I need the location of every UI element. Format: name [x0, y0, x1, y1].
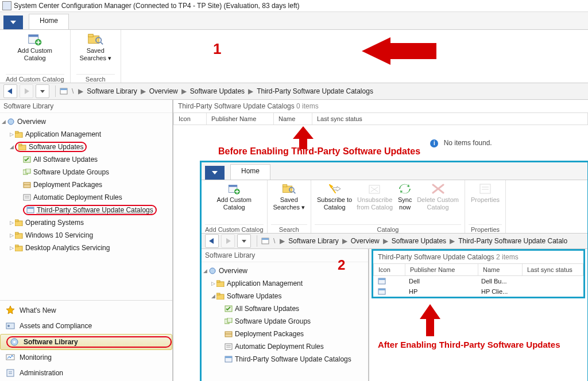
- deployment-packages-icon: [23, 181, 31, 188]
- tree-all-software-updates[interactable]: All Software Updates: [33, 155, 98, 164]
- saved-searches-label: Saved Searches ▾: [80, 47, 112, 62]
- crumb-3[interactable]: Third-Party Software Update Catalogs: [257, 87, 373, 95]
- row-0-publisher: Dell: [404, 278, 477, 285]
- inset-nav-dropdown-button[interactable]: [237, 234, 251, 248]
- inset-column-headers[interactable]: Icon Publisher Name Name Last sync statu…: [373, 263, 583, 276]
- tree-windows-10-servicing[interactable]: Windows 10 Servicing: [25, 231, 93, 239]
- inset-tree-software-updates[interactable]: Software Updates: [227, 292, 281, 300]
- add-custom-catalog-label: Add Custom Catalog: [17, 47, 52, 62]
- table-row[interactable]: HP HP Clie...: [373, 286, 583, 297]
- inset-crumb-3[interactable]: Third-Party Software Update Catalo: [458, 237, 567, 245]
- inset-properties-button[interactable]: Properties: [471, 182, 500, 204]
- inset-crumb-0[interactable]: Software Library: [288, 237, 338, 245]
- inset-file-menu-button[interactable]: [205, 166, 225, 180]
- window-title: System Center Configuration Manager (Con…: [14, 2, 300, 10]
- inset-crumb-2[interactable]: Software Updates: [392, 237, 446, 245]
- sync-icon: [397, 182, 412, 195]
- location-icon: [59, 87, 68, 96]
- nav-dropdown-button[interactable]: [36, 84, 49, 98]
- folder-icon: [18, 143, 26, 150]
- tree-third-party-catalogs[interactable]: Third-Party Software Update Catalogs: [37, 206, 153, 214]
- wunderbar-whats-new-label: What's New: [20, 306, 56, 314]
- inset-tree-view[interactable]: ◢ Overview ▷ Application Management ◢ So…: [202, 262, 368, 381]
- inset-subscribe-button[interactable]: Subscribe to Catalog: [317, 182, 352, 211]
- svg-rect-44: [480, 184, 490, 193]
- tree-desktop-analytics[interactable]: Desktop Analytics Servicing: [25, 244, 110, 252]
- tree-software-update-groups[interactable]: Software Update Groups: [33, 168, 109, 176]
- update-groups-icon: [23, 169, 31, 176]
- wunderbar-monitoring[interactable]: Monitoring: [0, 350, 172, 366]
- inset-list-count: 2 items: [496, 253, 519, 261]
- subscribe-icon: [327, 182, 342, 195]
- col-publisher[interactable]: Publisher Name: [206, 113, 273, 125]
- inset-tree-dep-pkg[interactable]: Deployment Packages: [235, 330, 304, 338]
- tree-automatic-deployment-rules[interactable]: Automatic Deployment Rules: [33, 193, 122, 201]
- add-custom-catalog-button[interactable]: Add Custom Catalog: [9, 32, 61, 62]
- inset-delete-custom-button[interactable]: Delete Custom Catalog: [417, 182, 459, 211]
- nav-forward-button[interactable]: [20, 84, 33, 98]
- svg-rect-1: [29, 35, 38, 37]
- svg-rect-35: [7, 370, 14, 376]
- inset-unsubscribe-button[interactable]: Unsubscribe from Catalog: [357, 182, 393, 211]
- inset-sync-now-button[interactable]: Sync now: [397, 182, 412, 211]
- inset-tree-su-groups[interactable]: Software Update Groups: [235, 317, 311, 325]
- catalog-add-icon: [227, 182, 242, 195]
- admin-icon: [6, 368, 15, 378]
- inset-add-custom-catalog-button[interactable]: Add Custom Catalog: [207, 182, 261, 211]
- crumb-1[interactable]: Overview: [149, 87, 178, 95]
- catalog-icon: [378, 278, 386, 285]
- inset-nav-back-button[interactable]: [205, 234, 219, 248]
- wunderbar-whats-new[interactable]: What's New: [0, 303, 172, 318]
- column-headers[interactable]: Icon Publisher Name Name Last sync statu…: [173, 112, 588, 125]
- inset-col-name[interactable]: Name: [478, 264, 522, 275]
- title-bar: System Center Configuration Manager (Con…: [0, 0, 588, 12]
- saved-searches-button[interactable]: Saved Searches ▾: [80, 32, 112, 62]
- inset-tree-tpsuc[interactable]: Third-Party Software Update Catalogs: [235, 355, 351, 363]
- properties-icon: [478, 182, 493, 195]
- wunderbar-software-library-label: Software Library: [24, 338, 78, 346]
- wunderbar-software-library[interactable]: Software Library: [0, 334, 172, 350]
- adr-icon: [225, 343, 233, 350]
- inset-saved-searches-button[interactable]: Saved Searches ▾: [273, 182, 305, 211]
- folder-icon: [15, 131, 23, 138]
- overview-icon: [208, 267, 216, 274]
- wunderbar-administration[interactable]: Administration: [0, 366, 172, 381]
- inset-tree-app-mgmt[interactable]: Application Management: [227, 279, 303, 287]
- inset-crumb-1[interactable]: Overview: [351, 237, 380, 245]
- tree-overview[interactable]: Overview: [17, 118, 46, 126]
- tab-home[interactable]: Home: [29, 14, 69, 29]
- crumb-2[interactable]: Software Updates: [190, 87, 245, 95]
- ribbon-group-label: Add Custom Catalog: [6, 74, 64, 83]
- nav-back-button[interactable]: [3, 84, 17, 98]
- inset-tree-adr[interactable]: Automatic Deployment Rules: [235, 343, 324, 351]
- annotation-before: Before Enabling Third-Party Software Upd…: [218, 146, 420, 157]
- folder-icon: [216, 293, 225, 300]
- nav-pane-title: Software Library: [0, 100, 172, 113]
- inset-nav-forward-button[interactable]: [221, 234, 235, 248]
- tree-software-updates[interactable]: Software Updates: [29, 143, 83, 151]
- col-name[interactable]: Name: [273, 113, 312, 125]
- svg-rect-8: [60, 88, 67, 90]
- col-icon[interactable]: Icon: [173, 113, 206, 125]
- inset-tree-all-su[interactable]: All Software Updates: [235, 305, 299, 313]
- saved-searches-icon: [281, 182, 296, 195]
- inset-col-publisher[interactable]: Publisher Name: [405, 264, 478, 275]
- assets-icon: [6, 321, 15, 331]
- wunderbar-assets[interactable]: Assets and Compliance: [0, 318, 172, 334]
- tree-view[interactable]: ◢ Overview ▷ Application Management ◢ So…: [0, 113, 172, 300]
- inset-tree-overview[interactable]: Overview: [219, 267, 247, 275]
- col-last-sync[interactable]: Last sync status: [312, 113, 379, 125]
- svg-rect-53: [216, 293, 220, 295]
- inset-tab-home[interactable]: Home: [230, 164, 270, 180]
- file-menu-button[interactable]: [3, 15, 23, 29]
- breadcrumb-bar: \ ▶ Software Library ▶ Overview ▶ Softwa…: [0, 83, 588, 100]
- wunderbar-assets-label: Assets and Compliance: [20, 322, 92, 330]
- tree-application-management[interactable]: Application Management: [25, 130, 101, 138]
- tree-operating-systems[interactable]: Operating Systems: [25, 219, 84, 227]
- inset-after-window: Home Add Custom Catalog Add Custom Catal…: [200, 161, 588, 381]
- crumb-0[interactable]: Software Library: [87, 87, 137, 95]
- table-row[interactable]: Dell Dell Bu...: [373, 276, 583, 286]
- inset-col-icon[interactable]: Icon: [373, 264, 405, 275]
- tree-deployment-packages[interactable]: Deployment Packages: [33, 181, 102, 189]
- inset-col-last-sync[interactable]: Last sync status: [522, 264, 583, 275]
